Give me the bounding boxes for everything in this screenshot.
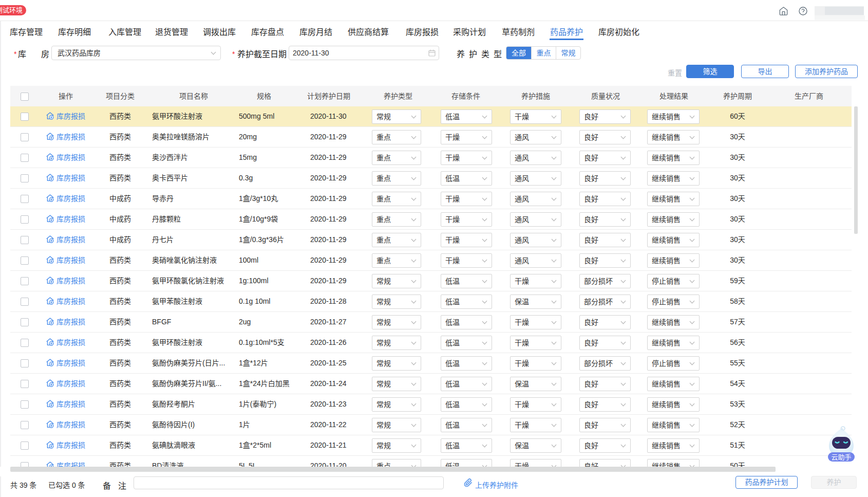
svg-text:云助手: 云助手	[831, 453, 851, 461]
